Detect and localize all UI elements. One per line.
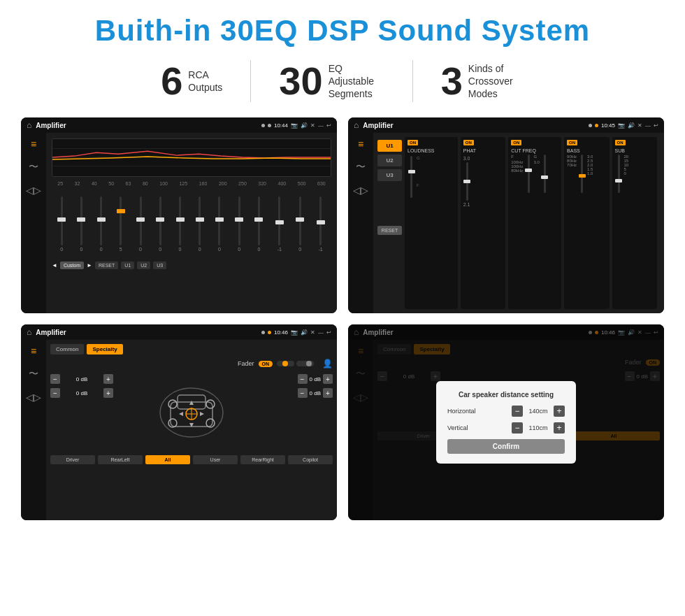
preset-u1[interactable]: U1: [377, 140, 402, 152]
eq-next-arrow[interactable]: ►: [87, 262, 92, 268]
eq-reset-btn[interactable]: RESET: [95, 262, 118, 269]
cutfreq-track1[interactable]: [528, 155, 530, 193]
copilot-btn[interactable]: Copilot: [288, 455, 333, 464]
horizontal-row: Horizontal − 140cm +: [447, 406, 565, 417]
eq-home-icon[interactable]: ⌂: [27, 120, 31, 130]
crossover-min-icon[interactable]: —: [645, 122, 651, 129]
preset-reset[interactable]: RESET: [377, 226, 402, 235]
fader-expand-icon[interactable]: ◁▷: [26, 392, 41, 403]
db-plus-3[interactable]: +: [323, 374, 333, 384]
eq-slider-3[interactable]: 0: [100, 189, 103, 259]
eq-side-eq-icon[interactable]: ≡: [31, 138, 36, 150]
eq-slider-9[interactable]: 0: [218, 189, 221, 259]
crossover-wave-icon[interactable]: 〜: [356, 161, 366, 173]
eq-vol-icon: 🔊: [301, 122, 308, 129]
eq-slider-12[interactable]: -1: [277, 189, 282, 259]
stat-crossover: 3 Kinds ofCrossover Modes: [413, 62, 552, 101]
page-title: Buith-in 30EQ DSP Sound System: [21, 14, 664, 48]
crossover-vol-icon[interactable]: ◁▷: [353, 185, 368, 196]
dialog-title: Car speaker distance setting: [447, 391, 565, 399]
vertical-plus-btn[interactable]: +: [554, 422, 565, 434]
crossover-home-icon[interactable]: ⌂: [354, 120, 359, 130]
eq-u1-btn[interactable]: U1: [121, 262, 134, 269]
phat-on[interactable]: ON: [463, 140, 474, 145]
cutfreq-track2[interactable]: [544, 155, 546, 193]
fader-wave-icon[interactable]: 〜: [29, 368, 38, 380]
crossover-x-icon[interactable]: ✕: [637, 122, 642, 129]
loudness-low-track[interactable]: [410, 156, 412, 198]
db-plus-1[interactable]: +: [103, 374, 113, 384]
eq-status-bar: ⌂ Amplifier 10:44 📷 🔊 ✕ — ↩: [21, 117, 337, 133]
eq-slider-5[interactable]: 0: [139, 189, 142, 259]
all-btn[interactable]: All: [145, 455, 190, 464]
phat-track[interactable]: [466, 162, 468, 201]
fader-home-icon[interactable]: ⌂: [27, 327, 31, 337]
bass-on[interactable]: ON: [567, 140, 577, 145]
tab-specialty[interactable]: Specialty: [87, 344, 122, 354]
eq-slider-13[interactable]: 0: [298, 189, 301, 259]
db-minus-2[interactable]: −: [50, 388, 60, 398]
eq-custom-btn[interactable]: Custom: [60, 262, 84, 269]
eq-side-vol-icon[interactable]: ◁▷: [26, 185, 41, 196]
fader-screen-content: ≡ 〜 ◁▷ Common Specialty Fader ON: [21, 340, 337, 520]
horizontal-value: 140cm: [526, 408, 551, 415]
db-row-3: − 0 dB +: [298, 374, 333, 384]
horizontal-minus-btn[interactable]: −: [512, 406, 523, 417]
eq-back-icon[interactable]: ↩: [326, 122, 331, 129]
eq-side-wave-icon[interactable]: 〜: [29, 161, 38, 173]
fader-on-pill[interactable]: ON: [259, 361, 273, 367]
driver-btn[interactable]: Driver: [50, 455, 95, 464]
rear-left-btn[interactable]: RearLeft: [98, 455, 143, 464]
sub-track[interactable]: [618, 155, 620, 193]
eq-slider-4[interactable]: 5: [120, 189, 122, 259]
sub-on[interactable]: ON: [615, 140, 626, 145]
crossover-back-icon[interactable]: ↩: [654, 122, 658, 129]
eq-u2-btn[interactable]: U2: [137, 262, 150, 269]
eq-status-icons: 10:44 📷 🔊 ✕ — ↩: [261, 122, 331, 129]
eq-dot1: [261, 124, 265, 127]
db-minus-1[interactable]: −: [50, 374, 60, 384]
stat-rca-label: RCAOutputs: [188, 69, 222, 94]
eq-slider-6[interactable]: 0: [159, 189, 161, 259]
vertical-minus-btn[interactable]: −: [512, 422, 523, 434]
eq-u3-btn[interactable]: U3: [153, 262, 166, 269]
cutfreq-on[interactable]: ON: [511, 140, 521, 145]
user-btn[interactable]: User: [193, 455, 238, 464]
eq-sliders: 0 0 0 5 0 0 0 0 0 0 0 -1 0 -1: [52, 189, 331, 259]
fader-track-1[interactable]: [277, 361, 294, 366]
eq-x-icon[interactable]: ✕: [310, 122, 315, 129]
horizontal-plus-btn[interactable]: +: [554, 406, 565, 417]
tab-common[interactable]: Common: [50, 344, 84, 354]
dialog-screen-box: ⌂ Amplifier 10:46 📷 🔊 ✕ — ↩ ≡ 〜: [348, 324, 664, 520]
eq-slider-1[interactable]: 0: [60, 189, 63, 259]
loudness-on[interactable]: ON: [408, 140, 418, 145]
fader-eq-icon[interactable]: ≡: [31, 345, 36, 357]
eq-slider-11[interactable]: 0: [258, 189, 261, 259]
eq-slider-10[interactable]: 0: [238, 189, 240, 259]
fader-min-icon[interactable]: —: [318, 329, 324, 336]
fader-x-icon[interactable]: ✕: [310, 329, 315, 336]
rear-right-btn[interactable]: RearRight: [240, 455, 285, 464]
eq-slider-2[interactable]: 0: [80, 189, 82, 259]
fader-back-icon[interactable]: ↩: [326, 329, 331, 336]
preset-u2[interactable]: U2: [377, 155, 402, 166]
confirm-button[interactable]: Confirm: [447, 439, 565, 454]
eq-slider-14[interactable]: -1: [319, 189, 323, 259]
eq-min-icon[interactable]: —: [318, 122, 324, 129]
db-plus-2[interactable]: +: [103, 388, 113, 398]
crossover-dot2: [595, 124, 598, 127]
crossover-eq-icon[interactable]: ≡: [358, 138, 363, 150]
fader-track-2[interactable]: [296, 361, 314, 366]
db-minus-3[interactable]: −: [298, 374, 308, 384]
eq-slider-7[interactable]: 0: [179, 189, 182, 259]
preset-u3[interactable]: U3: [377, 169, 402, 181]
db-plus-4[interactable]: +: [323, 388, 333, 398]
bass-track[interactable]: [581, 155, 583, 193]
eq-freq-32: 32: [75, 181, 80, 186]
loudness-labels: GF: [417, 156, 420, 187]
eq-freq-250: 250: [238, 181, 247, 186]
db-minus-4[interactable]: −: [298, 388, 308, 398]
vertical-label: Vertical: [447, 424, 468, 431]
eq-slider-8[interactable]: 0: [199, 189, 201, 259]
eq-prev-arrow[interactable]: ◄: [52, 262, 57, 268]
